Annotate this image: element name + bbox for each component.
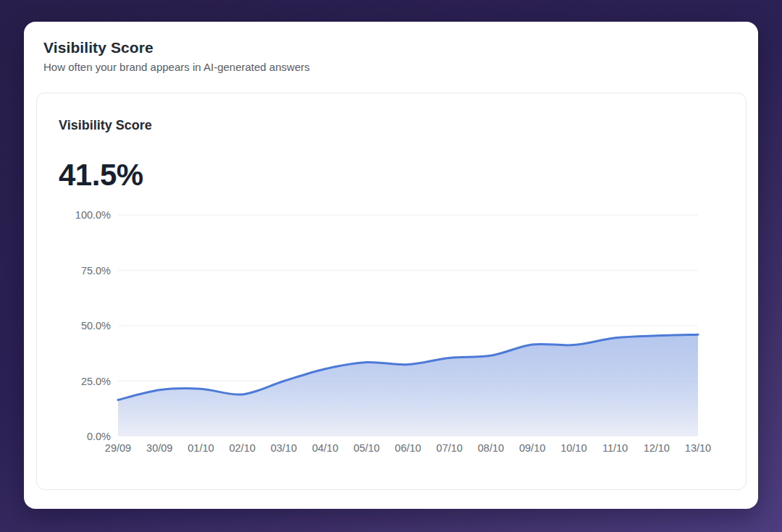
page-background: Visibility Score How often your brand ap… xyxy=(0,0,782,532)
score-value: 41.5% xyxy=(59,160,724,190)
x-axis-tick-label: 13/10 xyxy=(685,442,711,454)
y-axis-tick-label: 100.0% xyxy=(75,209,111,221)
x-axis-tick-label: 08/10 xyxy=(478,442,504,454)
x-axis-tick-label: 10/10 xyxy=(560,442,586,454)
page-subtitle: How often your brand appears in AI-gener… xyxy=(43,60,739,75)
x-axis-tick-label: 05/10 xyxy=(353,442,379,454)
page-title: Visibility Score xyxy=(43,38,739,57)
visibility-score-card: Visibility Score How often your brand ap… xyxy=(24,22,758,509)
x-axis-tick-label: 30/09 xyxy=(146,442,172,454)
x-axis-tick-label: 29/09 xyxy=(105,442,131,454)
x-axis-tick-label: 02/10 xyxy=(229,442,255,454)
x-axis-tick-label: 11/10 xyxy=(602,442,628,454)
x-axis-tick-label: 07/10 xyxy=(437,442,463,454)
y-axis-tick-label: 0.0% xyxy=(87,431,111,442)
x-axis-tick-label: 09/10 xyxy=(519,442,545,454)
x-axis-tick-label: 04/10 xyxy=(312,442,338,454)
chart-card: Visibility Score 41.5% 0.0%25.0%50.0%75.… xyxy=(36,93,747,490)
y-axis-tick-label: 75.0% xyxy=(81,265,111,276)
y-axis-tick-label: 25.0% xyxy=(81,376,111,387)
x-axis-tick-label: 12/10 xyxy=(644,442,670,454)
x-axis-tick-label: 01/10 xyxy=(188,442,214,454)
x-axis-tick-label: 06/10 xyxy=(395,442,421,454)
visibility-trend-chart[interactable]: 0.0%25.0%50.0%75.0%100.0%29/0930/0901/10… xyxy=(70,203,736,460)
chart-card-title: Visibility Score xyxy=(59,118,724,134)
y-axis-tick-label: 50.0% xyxy=(81,320,111,332)
area-fill xyxy=(118,334,698,436)
x-axis-tick-label: 03/10 xyxy=(271,442,297,454)
